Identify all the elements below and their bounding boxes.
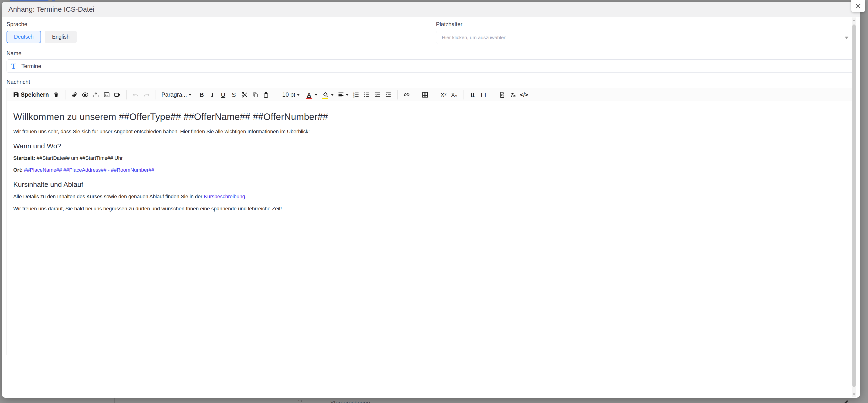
underline-icon: U [221,92,225,98]
closing-line: Wir freuen uns darauf, Sie bald bei uns … [13,205,849,212]
message-label: Nachricht [6,79,855,85]
details-text: Alle Details zu den Inhalten des Kurses … [13,193,204,199]
background-top-accent [10,0,49,1]
language-label: Sprache [6,21,426,28]
undo-icon [132,92,139,98]
scroll-up-icon[interactable] [852,19,856,21]
preview-button[interactable] [81,90,90,99]
chevron-down-icon [346,94,349,96]
superscript-icon: X² [440,92,446,98]
ordered-list-icon: 123 [353,92,359,98]
indent-button[interactable] [384,90,393,99]
chevron-down-icon [331,94,334,96]
font-color-swatch [306,98,312,99]
attachment-dialog: Anhang: Termine ICS-Datei Sprache Deutsc… [2,2,860,398]
redo-button[interactable] [142,90,151,99]
language-option-deutsch[interactable]: Deutsch [6,31,41,43]
link-icon [403,92,410,98]
video-camera-icon [114,92,121,98]
language-option-english[interactable]: English [45,31,76,43]
code-icon: </> [520,92,528,98]
modal-scrollbar[interactable] [852,18,856,397]
toolbar-separator [397,90,398,99]
place-line: Ort: ##PlaceName## ##PlaceAddress## - ##… [13,166,849,174]
scissors-icon [241,92,248,98]
paragraph-format-dropdown[interactable]: Paragra... [160,90,195,99]
save-icon [13,92,19,98]
insert-video-button[interactable] [113,90,122,99]
font-color-icon: A [307,92,311,98]
save-button-label: Speichern [21,91,49,98]
name-input[interactable] [22,63,851,69]
lowercase-button[interactable]: tt [468,90,477,99]
superscript-button[interactable]: X² [439,90,448,99]
close-button[interactable] [851,0,865,12]
course-description-link[interactable]: Kursbeschreibung [204,193,245,199]
font-size-value: 10 pt [282,91,295,98]
align-dropdown[interactable] [337,90,350,99]
background-divider [114,398,115,403]
font-color-button[interactable]: A [304,90,319,99]
subscript-button[interactable]: X₂ [450,90,459,99]
clipboard-icon [263,92,269,98]
editor-content-area[interactable]: Willkommen zu unserem ##OfferType## ##Of… [7,101,856,355]
undo-button[interactable] [131,90,140,99]
paragraph-format-value: Paragra... [161,91,187,98]
insert-image-button[interactable] [102,90,111,99]
bold-icon: B [199,92,204,98]
start-time-line: Startzeit: ##StartDate## um ##StartTime#… [13,155,849,162]
underline-button[interactable]: U [219,90,227,99]
placeholder-select-text: Hier klicken, um auszuwählen [442,35,506,40]
message-heading: Willkommen zu unserem ##OfferType## ##Of… [13,112,849,122]
image-icon [103,92,110,98]
font-size-dropdown[interactable]: 10 pt [280,90,302,99]
redo-icon [143,92,150,98]
save-button[interactable]: Speichern [12,90,50,99]
message-section: Nachricht Speichern [6,79,855,355]
code-file-icon [499,92,505,98]
clear-formatting-icon [509,92,516,98]
name-label: Name [6,50,855,57]
table-icon [422,92,428,98]
chevron-down-icon [314,94,318,96]
background-bottom-strip: ↪ Stornorechnung [0,398,868,403]
place-value: ##PlaceName## ##PlaceAddress## - ##RoomN… [23,167,154,173]
background-arrow-icon: ↪ [298,398,302,403]
insert-table-button[interactable] [421,90,430,99]
details-period: . [245,193,247,199]
name-section: Name T [6,50,855,73]
close-icon [855,3,861,9]
strikethrough-button[interactable]: S [229,90,238,99]
bold-button[interactable]: B [197,90,206,99]
uppercase-button[interactable]: TT [479,90,488,99]
insert-link-button[interactable] [402,90,411,99]
place-label: Ort: [13,167,23,173]
cut-button[interactable] [240,90,249,99]
text-type-icon: T [11,62,16,70]
svg-text:3: 3 [353,96,354,98]
delete-button[interactable] [52,90,61,99]
placeholder-select[interactable]: Hier klicken, um auszuwählen [436,31,855,44]
code-view-button[interactable]: </> [519,90,529,99]
background-divider [48,398,48,403]
scrollbar-thumb[interactable] [852,25,856,387]
clear-formatting-button[interactable] [508,90,517,99]
language-section: Sprache Deutsch English [6,21,426,44]
highlight-color-button[interactable] [320,90,335,99]
outdent-button[interactable] [373,90,382,99]
scroll-down-icon[interactable] [852,394,856,395]
source-code-button[interactable] [498,90,506,99]
chevron-down-icon [297,94,300,96]
copy-icon [252,92,258,98]
copy-button[interactable] [251,90,260,99]
background-pencil-icon [843,399,850,403]
paste-button[interactable] [261,90,270,99]
bullet-list-button[interactable] [362,90,371,99]
background-row-label: Stornorechnung [330,400,370,403]
ordered-list-button[interactable]: 123 [352,90,361,99]
italic-button[interactable]: I [208,90,217,99]
uppercase-icon: TT [480,92,487,98]
attach-file-button[interactable] [70,90,79,99]
paperclip-icon [71,92,78,98]
upload-button[interactable] [92,90,100,99]
